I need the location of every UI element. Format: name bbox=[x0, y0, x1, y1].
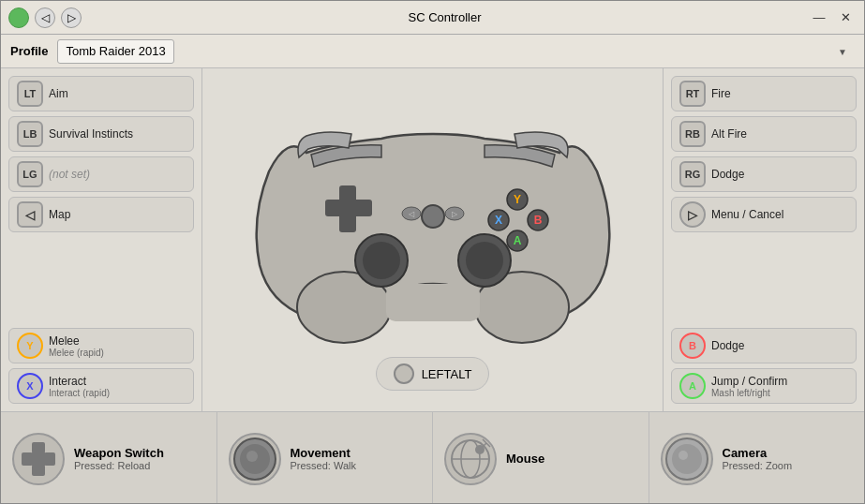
svg-point-8 bbox=[466, 242, 503, 279]
svg-text:X: X bbox=[494, 214, 501, 227]
svg-rect-4 bbox=[325, 200, 372, 216]
x-badge: X bbox=[17, 373, 43, 399]
svg-point-6 bbox=[363, 242, 400, 279]
mouse-item[interactable]: Mouse bbox=[433, 412, 649, 504]
leftalt-label: LEFTALT bbox=[422, 367, 472, 381]
titlebar-left: ◁ ▷ bbox=[8, 7, 82, 28]
svg-text:Y: Y bbox=[513, 193, 520, 206]
app-title: SC Controller bbox=[82, 10, 808, 24]
menu-badge: ▷ bbox=[679, 201, 706, 228]
profile-label: Profile bbox=[10, 44, 48, 58]
svg-rect-26 bbox=[32, 465, 45, 476]
rt-badge: RT bbox=[679, 81, 706, 107]
close-button[interactable]: ✕ bbox=[834, 9, 857, 26]
right-panel: RT Fire RB Alt Fire RG Dodge ▷ Menu / Ca… bbox=[663, 68, 864, 411]
lb-badge: LB bbox=[17, 121, 43, 147]
main-area: LT Aim LB Survival Instincts LG (not set… bbox=[1, 68, 864, 411]
minimize-button[interactable]: — bbox=[808, 9, 830, 26]
svg-text:B: B bbox=[533, 214, 542, 227]
rb-badge: RB bbox=[679, 121, 706, 147]
dpad-left-button[interactable]: ◁ Map bbox=[8, 197, 194, 232]
mouse-icon-container bbox=[444, 433, 497, 485]
svg-point-29 bbox=[246, 451, 258, 462]
svg-rect-23 bbox=[22, 452, 33, 466]
movement-item[interactable]: Movement Pressed: Walk bbox=[217, 412, 434, 504]
camera-text: Camera Pressed: Zoom bbox=[723, 446, 793, 471]
svg-line-35 bbox=[486, 443, 490, 447]
rg-button[interactable]: RG Dodge bbox=[671, 156, 857, 192]
svg-text:◁: ◁ bbox=[409, 210, 415, 218]
camera-item[interactable]: Camera Pressed: Zoom bbox=[649, 412, 865, 504]
svg-rect-2 bbox=[386, 284, 480, 321]
svg-text:▷: ▷ bbox=[452, 210, 458, 218]
dpad-text: Map bbox=[49, 208, 70, 221]
b-badge: B bbox=[679, 333, 706, 359]
profile-bar: Profile Tomb Raider 2013 bbox=[1, 35, 864, 68]
weapon-switch-item[interactable]: Weapon Switch Pressed: Reload bbox=[1, 412, 217, 504]
lb-text: Survival Instincts bbox=[49, 127, 133, 141]
weapon-switch-icon bbox=[12, 433, 65, 485]
bottom-bar: Weapon Switch Pressed: Reload Movement P… bbox=[1, 411, 864, 504]
svg-rect-24 bbox=[32, 452, 45, 466]
lb-button[interactable]: LB Survival Instincts bbox=[8, 116, 194, 152]
back-button[interactable]: ◁ bbox=[35, 7, 55, 28]
lt-button[interactable]: LT Aim bbox=[8, 76, 194, 111]
mouse-text: Mouse bbox=[506, 452, 544, 466]
leftalt-circle-icon bbox=[394, 363, 414, 384]
left-panel: LT Aim LB Survival Instincts LG (not set… bbox=[1, 68, 202, 411]
camera-icon bbox=[661, 433, 713, 485]
movement-text: Movement Pressed: Walk bbox=[291, 446, 357, 471]
x-text: Interact Interact (rapid) bbox=[49, 375, 110, 398]
controller-svg: Y X B A ◁ ▷ bbox=[231, 78, 634, 349]
movement-icon bbox=[229, 433, 281, 485]
svg-rect-22 bbox=[32, 442, 45, 453]
menu-cancel-button[interactable]: ▷ Menu / Cancel bbox=[671, 197, 857, 232]
center-panel: Y X B A ◁ ▷ bbox=[202, 68, 663, 411]
weapon-switch-text: Weapon Switch Pressed: Reload bbox=[74, 446, 164, 471]
a-badge: A bbox=[679, 373, 706, 399]
svg-line-36 bbox=[483, 439, 486, 443]
a-text: Jump / Confirm Mash left/right bbox=[711, 375, 787, 398]
rb-button[interactable]: RB Alt Fire bbox=[671, 116, 857, 152]
svg-point-38 bbox=[672, 444, 702, 474]
y-badge: Y bbox=[17, 333, 43, 359]
svg-text:A: A bbox=[513, 234, 521, 247]
forward-button[interactable]: ▷ bbox=[61, 7, 82, 28]
svg-point-21 bbox=[422, 205, 444, 228]
titlebar: ◁ ▷ SC Controller — ✕ bbox=[1, 1, 864, 35]
lt-badge: LT bbox=[17, 81, 43, 107]
svg-point-39 bbox=[679, 451, 688, 460]
lt-text: Aim bbox=[49, 87, 68, 100]
rg-badge: RG bbox=[679, 161, 706, 187]
rt-text: Fire bbox=[711, 87, 731, 100]
window-controls: — ✕ bbox=[808, 9, 857, 26]
svg-rect-25 bbox=[44, 452, 55, 466]
profile-select-wrap: Tomb Raider 2013 bbox=[57, 39, 855, 64]
rb-text: Alt Fire bbox=[711, 127, 747, 141]
close-traffic-light[interactable] bbox=[8, 7, 29, 28]
menu-text: Menu / Cancel bbox=[711, 208, 783, 221]
b-text: Dodge bbox=[711, 339, 744, 352]
profile-select[interactable]: Tomb Raider 2013 bbox=[57, 39, 174, 64]
y-text: Melee Melee (rapid) bbox=[49, 334, 104, 358]
lg-button[interactable]: LG (not set) bbox=[8, 156, 194, 192]
lg-text: (not set) bbox=[49, 168, 90, 181]
lg-badge: LG bbox=[17, 161, 43, 187]
rt-button[interactable]: RT Fire bbox=[671, 76, 857, 111]
b-button[interactable]: B Dodge bbox=[671, 328, 857, 363]
dpad-badge: ◁ bbox=[17, 201, 43, 228]
leftalt-button[interactable]: LEFTALT bbox=[376, 357, 490, 391]
a-button[interactable]: A Jump / Confirm Mash left/right bbox=[671, 368, 857, 404]
rg-text: Dodge bbox=[711, 168, 744, 181]
y-button[interactable]: Y Melee Melee (rapid) bbox=[8, 328, 194, 363]
x-button[interactable]: X Interact Interact (rapid) bbox=[8, 368, 194, 404]
